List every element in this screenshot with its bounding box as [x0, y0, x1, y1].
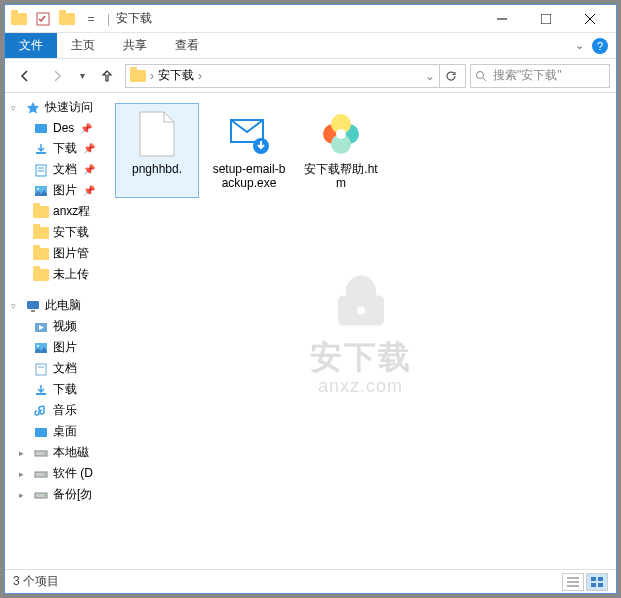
search-input[interactable]: 搜索"安下载" [470, 64, 610, 88]
sidebar-item[interactable]: Des📌 [13, 118, 105, 138]
item-icon [33, 120, 49, 136]
svg-rect-20 [36, 364, 46, 375]
sidebar-item[interactable]: 文档 [13, 358, 105, 379]
tree-label: 此电脑 [45, 297, 81, 314]
item-icon [33, 424, 49, 440]
svg-point-5 [477, 71, 484, 78]
chevron-icon[interactable]: ▸ [19, 490, 29, 500]
tree-this-pc[interactable]: ▿ 此电脑 [5, 295, 105, 316]
svg-rect-42 [591, 577, 596, 581]
tree-label: Des [53, 121, 74, 135]
tab-home[interactable]: 主页 [57, 33, 109, 58]
navigation-pane[interactable]: ▿ 快速访问 Des📌下载📌文档📌图片📌anxz程安下载图片管未上传 ▿ 此电脑… [5, 93, 105, 569]
svg-rect-15 [31, 310, 35, 312]
sidebar-item[interactable]: 未上传 [13, 264, 105, 285]
qat-dropdown-icon[interactable]: = [81, 9, 101, 29]
file-item[interactable]: 安下载帮助.htm [299, 103, 383, 198]
svg-point-19 [37, 345, 39, 347]
file-name: setup-email-backup.exe [210, 162, 288, 191]
file-list[interactable]: 安下载 anxz.com pnghhbd.setup-email-backup.… [105, 93, 616, 569]
sidebar-item[interactable]: 图片📌 [13, 180, 105, 201]
sidebar-item[interactable]: ▸软件 (D [13, 463, 105, 484]
tab-share[interactable]: 共享 [109, 33, 161, 58]
tree-quick-access[interactable]: ▿ 快速访问 [5, 97, 105, 118]
chevron-icon[interactable]: ▸ [19, 469, 29, 479]
item-count: 3 个项目 [13, 573, 59, 590]
folder-icon[interactable] [9, 9, 29, 29]
item-icon [33, 403, 49, 419]
close-button[interactable] [568, 5, 612, 33]
svg-rect-45 [598, 583, 603, 587]
svg-rect-2 [541, 14, 551, 24]
pin-icon: 📌 [80, 123, 92, 134]
sidebar-item[interactable]: 下载 [13, 379, 105, 400]
chevron-icon[interactable]: ▸ [19, 448, 29, 458]
address-bar[interactable]: › 安下载 › ⌄ [125, 64, 466, 88]
recent-locations-button[interactable]: ▾ [75, 63, 89, 89]
forward-button[interactable] [43, 63, 71, 89]
item-icon [33, 445, 49, 461]
sidebar-item[interactable]: 图片管 [13, 243, 105, 264]
address-folder-name[interactable]: 安下载 [158, 67, 194, 84]
file-item[interactable]: pnghhbd. [115, 103, 199, 198]
sidebar-item[interactable]: ▸本地磁 [13, 442, 105, 463]
file-name: pnghhbd. [132, 162, 182, 176]
item-icon [33, 361, 49, 377]
new-folder-icon[interactable] [57, 9, 77, 29]
svg-rect-22 [36, 393, 46, 395]
ribbon-expand-icon[interactable]: ⌄ [575, 39, 584, 52]
svg-rect-7 [35, 124, 47, 133]
pin-icon: 📌 [83, 185, 95, 196]
sidebar-item[interactable]: 桌面 [13, 421, 105, 442]
tree-label: 图片 [53, 339, 77, 356]
pc-icon [25, 298, 41, 314]
search-placeholder: 搜索"安下载" [493, 67, 562, 84]
item-icon [33, 204, 49, 220]
address-separator: › [150, 69, 154, 83]
sidebar-item[interactable]: 音乐 [13, 400, 105, 421]
item-icon [33, 246, 49, 262]
tree-label: 图片 [53, 182, 77, 199]
sidebar-item[interactable]: anxz程 [13, 201, 105, 222]
maximize-button[interactable] [524, 5, 568, 33]
address-separator: › [198, 69, 202, 83]
tree-label: 音乐 [53, 402, 77, 419]
sidebar-item[interactable]: 下载📌 [13, 138, 105, 159]
tree-label: 软件 (D [53, 465, 93, 482]
tree-label: 桌面 [53, 423, 77, 440]
sidebar-item[interactable]: 视频 [13, 316, 105, 337]
item-icon [33, 225, 49, 241]
details-view-button[interactable] [562, 573, 584, 591]
chevron-down-icon[interactable]: ▿ [11, 103, 21, 113]
sidebar-item[interactable]: 安下载 [13, 222, 105, 243]
navigation-bar: ▾ › 安下载 › ⌄ 搜索"安下载" [5, 59, 616, 93]
sidebar-item[interactable]: 图片 [13, 337, 105, 358]
back-button[interactable] [11, 63, 39, 89]
sidebar-item[interactable]: ▸备份[勿 [13, 484, 105, 505]
up-button[interactable] [93, 63, 121, 89]
large-icons-view-button[interactable] [586, 573, 608, 591]
svg-point-38 [336, 129, 346, 139]
chevron-down-icon[interactable]: ▿ [11, 301, 21, 311]
ribbon-tabs: 文件 主页 共享 查看 ⌄ ? [5, 33, 616, 59]
item-icon [33, 382, 49, 398]
tab-view[interactable]: 查看 [161, 33, 213, 58]
sidebar-item[interactable]: 文档📌 [13, 159, 105, 180]
file-item[interactable]: setup-email-backup.exe [207, 103, 291, 198]
file-icon [133, 110, 181, 158]
tab-file[interactable]: 文件 [5, 33, 57, 58]
svg-rect-44 [591, 583, 596, 587]
body-area: ▿ 快速访问 Des📌下载📌文档📌图片📌anxz程安下载图片管未上传 ▿ 此电脑… [5, 93, 616, 569]
svg-point-13 [37, 188, 39, 190]
address-dropdown-icon[interactable]: ⌄ [425, 69, 435, 83]
item-icon [33, 487, 49, 503]
file-icon [317, 110, 365, 158]
svg-line-6 [483, 78, 486, 81]
properties-icon[interactable] [33, 9, 53, 29]
file-name: 安下载帮助.htm [302, 162, 380, 191]
tree-label: 视频 [53, 318, 77, 335]
minimize-button[interactable] [480, 5, 524, 33]
refresh-button[interactable] [439, 65, 461, 87]
window-controls [480, 5, 612, 33]
help-icon[interactable]: ? [592, 38, 608, 54]
